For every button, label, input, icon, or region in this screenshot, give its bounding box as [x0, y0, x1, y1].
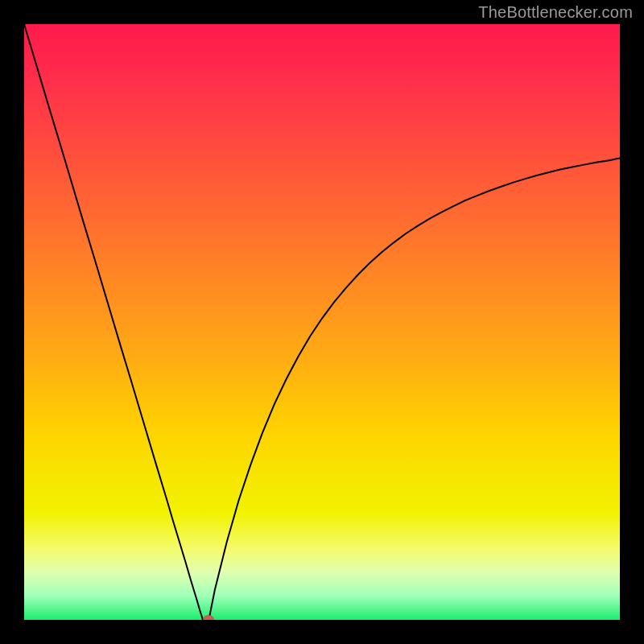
plot-area: [24, 24, 620, 620]
minimum-marker-icon: [203, 615, 214, 620]
bottleneck-curve: [24, 24, 620, 620]
curve-svg: [24, 24, 620, 620]
watermark-text: TheBottlenecker.com: [478, 3, 633, 22]
chart-frame: TheBottlenecker.com: [0, 0, 644, 644]
